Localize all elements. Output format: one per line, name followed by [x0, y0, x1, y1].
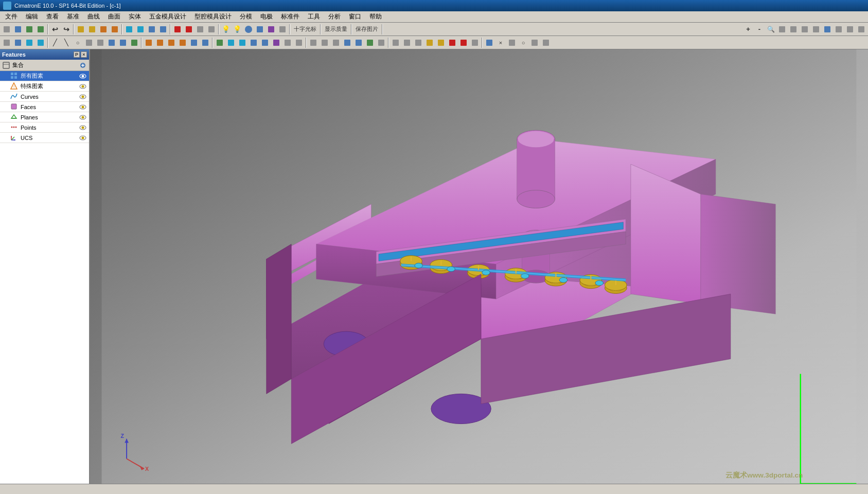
tb-light[interactable]: 💡: [220, 24, 232, 35]
feature-item-planes[interactable]: Planes: [0, 112, 89, 122]
tb2-b42[interactable]: [484, 37, 495, 48]
tb2-b45[interactable]: ○: [518, 37, 529, 48]
curves-eye[interactable]: [79, 93, 87, 101]
viewport[interactable]: Z X 云魔术www.3dportal.cn: [90, 49, 868, 484]
tb-new[interactable]: [1, 24, 12, 35]
tb-b9[interactable]: [172, 24, 183, 35]
tb2-b38[interactable]: [435, 37, 447, 48]
tb2-b24[interactable]: [271, 37, 282, 48]
tb2-b6[interactable]: ╲: [61, 37, 72, 48]
tb-b2[interactable]: [86, 24, 98, 35]
tb-r8[interactable]: [856, 24, 867, 35]
tb-b1[interactable]: [75, 24, 86, 35]
menu-item-编辑[interactable]: 编辑: [22, 11, 42, 22]
tb2-b36[interactable]: [413, 37, 424, 48]
menu-item-五金模具设计[interactable]: 五金模具设计: [145, 11, 190, 22]
menu-item-实体[interactable]: 实体: [125, 11, 145, 22]
tb-magnify[interactable]: 🔍: [765, 24, 776, 35]
tb2-b20[interactable]: [225, 37, 237, 48]
tb-b6[interactable]: [135, 24, 146, 35]
tb-b5[interactable]: [123, 24, 135, 35]
tb2-b10[interactable]: [106, 37, 117, 48]
tb2-b2[interactable]: [12, 37, 24, 48]
tb2-b46[interactable]: [529, 37, 540, 48]
tb2-b44[interactable]: [506, 37, 518, 48]
tb-b14[interactable]: [265, 24, 277, 35]
tb2-b18[interactable]: [200, 37, 211, 48]
tb-save[interactable]: [24, 24, 35, 35]
features-close-btn[interactable]: ×: [81, 51, 87, 58]
tb-saveas[interactable]: [35, 24, 46, 35]
tb2-b7[interactable]: ○: [72, 37, 83, 48]
tb-r2[interactable]: [788, 24, 799, 35]
tb-b15[interactable]: [277, 24, 288, 35]
tb2-b33[interactable]: [376, 37, 387, 48]
menu-item-分析[interactable]: 分析: [324, 11, 345, 22]
tb2-b37[interactable]: [424, 37, 435, 48]
feature-item-faces[interactable]: Faces: [0, 102, 89, 112]
faces-eye[interactable]: [79, 103, 87, 111]
menu-item-标准件[interactable]: 标准件: [277, 11, 304, 22]
ucs-eye[interactable]: [79, 134, 87, 142]
tb-b7[interactable]: [146, 24, 157, 35]
feature-item-points[interactable]: Points: [0, 122, 89, 133]
tb2-b35[interactable]: [401, 37, 413, 48]
tb-b13[interactable]: [254, 24, 265, 35]
tb-r4[interactable]: [810, 24, 822, 35]
menu-item-查看[interactable]: 查看: [42, 11, 63, 22]
tb-b11[interactable]: [194, 24, 206, 35]
tb-b10[interactable]: [183, 24, 194, 35]
tb2-b12[interactable]: [129, 37, 140, 48]
tb-zoom-out[interactable]: -: [754, 24, 765, 35]
all-elements-eye[interactable]: [79, 72, 87, 80]
tb-r7[interactable]: [844, 24, 856, 35]
points-eye[interactable]: [79, 123, 87, 132]
tb2-b29[interactable]: [330, 37, 342, 48]
tb2-b14[interactable]: [154, 37, 166, 48]
tb-redo[interactable]: ↪: [61, 24, 72, 35]
feature-item-special-elements[interactable]: ! 特殊图素: [0, 81, 89, 92]
tb2-b9[interactable]: [95, 37, 106, 48]
menu-item-基准[interactable]: 基准: [63, 11, 83, 22]
menu-item-型腔模具设计[interactable]: 型腔模具设计: [190, 11, 236, 22]
tb2-b16[interactable]: [177, 37, 188, 48]
tb-r3[interactable]: [799, 24, 810, 35]
tb2-b4[interactable]: [35, 37, 46, 48]
tb2-b47[interactable]: [540, 37, 552, 48]
menu-item-曲面[interactable]: 曲面: [104, 11, 125, 22]
tb2-b23[interactable]: [259, 37, 271, 48]
tb-light2[interactable]: 💡: [232, 24, 243, 35]
tb2-b19[interactable]: [214, 37, 225, 48]
tb-b8[interactable]: [157, 24, 169, 35]
tb2-b26[interactable]: [293, 37, 305, 48]
tb2-b22[interactable]: [248, 37, 259, 48]
tb2-b25[interactable]: [282, 37, 293, 48]
tb2-b28[interactable]: [319, 37, 330, 48]
tb-b4[interactable]: [109, 24, 120, 35]
tb-undo[interactable]: ↩: [49, 24, 61, 35]
menu-item-文件[interactable]: 文件: [1, 11, 22, 22]
tb-light3[interactable]: [243, 24, 254, 35]
tb2-b3[interactable]: [24, 37, 35, 48]
special-elements-eye[interactable]: [79, 82, 87, 91]
feature-item-curves[interactable]: Curves: [0, 92, 89, 102]
tb-r5[interactable]: [822, 24, 833, 35]
tb2-b32[interactable]: [364, 37, 376, 48]
tb2-b43[interactable]: ×: [495, 37, 506, 48]
feature-item-ucs[interactable]: UCS: [0, 133, 89, 143]
tb-b3[interactable]: [98, 24, 109, 35]
planes-eye[interactable]: [79, 113, 87, 121]
tb2-b34[interactable]: [390, 37, 401, 48]
menu-item-分模[interactable]: 分模: [236, 11, 256, 22]
tb-open[interactable]: [12, 24, 24, 35]
tb2-b30[interactable]: [342, 37, 353, 48]
menu-item-电极[interactable]: 电极: [256, 11, 277, 22]
feature-item-all-elements[interactable]: 所有图素: [0, 71, 89, 81]
tb2-b8[interactable]: [83, 37, 95, 48]
menu-item-窗口[interactable]: 窗口: [345, 11, 365, 22]
tb2-b17[interactable]: [188, 37, 200, 48]
tb2-b31[interactable]: [353, 37, 364, 48]
menu-item-工具[interactable]: 工具: [304, 11, 324, 22]
tb2-b21[interactable]: [237, 37, 248, 48]
tb-b12[interactable]: [206, 24, 217, 35]
